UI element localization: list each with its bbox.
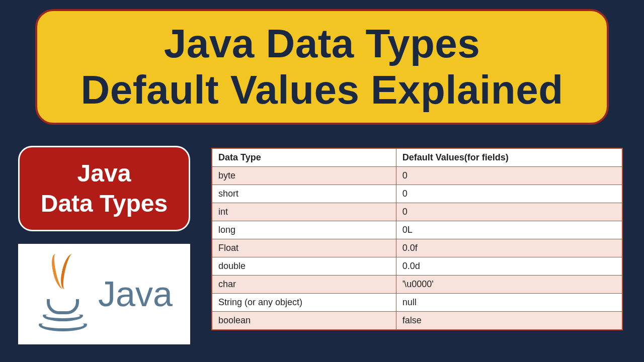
table-row: Float0.0f [212, 239, 622, 257]
subtitle-line-2: Data Types [41, 189, 168, 219]
table-cell-type: byte [212, 167, 396, 185]
subtitle-card: Java Data Types [18, 146, 190, 231]
java-cup-icon [36, 254, 91, 334]
java-logo-card: Java [18, 244, 190, 344]
table-cell-type: String (or any object) [212, 294, 396, 312]
table-row: int0 [212, 203, 622, 221]
java-logo-text: Java [98, 274, 173, 314]
table-cell-type: char [212, 276, 396, 294]
table-cell-default: 0.0f [396, 239, 622, 257]
table-cell-type: double [212, 257, 396, 276]
table-row: byte0 [212, 167, 622, 185]
table-row: long0L [212, 221, 622, 239]
title-banner: Java Data Types Default Values Explained [35, 9, 609, 125]
table-header-type: Data Type [212, 148, 396, 167]
table-cell-type: long [212, 221, 396, 239]
table-cell-type: int [212, 203, 396, 221]
table-row: String (or any object)null [212, 294, 622, 312]
table-cell-default: 0 [396, 203, 622, 221]
table-cell-type: Float [212, 239, 396, 257]
table-cell-default: 0 [396, 167, 622, 185]
title-line-1: Java Data Types [164, 21, 480, 67]
title-line-2: Default Values Explained [81, 67, 564, 113]
table-cell-default: '\u0000' [396, 276, 622, 294]
table-row: booleanfalse [212, 312, 622, 330]
table-header-default: Default Values(for fields) [396, 148, 622, 167]
table-header-row: Data Type Default Values(for fields) [212, 148, 622, 167]
subtitle-line-1: Java [77, 158, 131, 189]
default-values-table: Data Type Default Values(for fields) byt… [211, 148, 623, 330]
table-row: double0.0d [212, 257, 622, 276]
table-cell-default: null [396, 294, 622, 312]
table-cell-type: boolean [212, 312, 396, 330]
table-cell-default: false [396, 312, 622, 330]
table-cell-default: 0.0d [396, 257, 622, 276]
table-cell-type: short [212, 185, 396, 203]
table-row: short0 [212, 185, 622, 203]
table-row: char'\u0000' [212, 276, 622, 294]
table-cell-default: 0 [396, 185, 622, 203]
table-cell-default: 0L [396, 221, 622, 239]
